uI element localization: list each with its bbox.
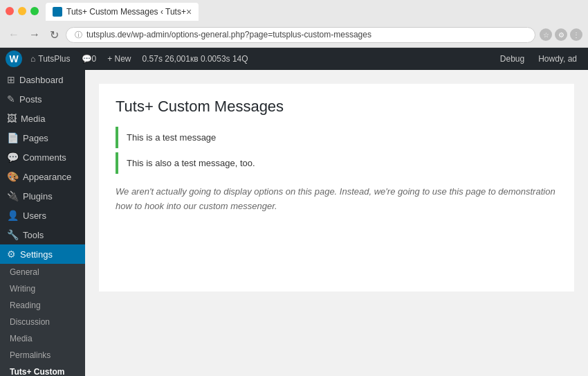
tab-favicon-icon — [53, 7, 62, 17]
browser-chrome: Tuts+ Custom Messages ‹ Tuts+ × ← → ↻ ⓘ … — [0, 0, 588, 48]
page-title: Tuts+ Custom Messages — [116, 98, 558, 116]
admin-bar-right: Debug Howdy, ad — [495, 48, 582, 70]
discussion-label: Discussion — [10, 317, 50, 327]
sidebar-submenu-reading[interactable]: Reading — [0, 297, 85, 314]
sidebar-item-dashboard[interactable]: ⊞ Dashboard — [0, 70, 85, 89]
notices-wrapper: This is a test message This is also a te… — [116, 127, 558, 174]
sidebar-item-appearance[interactable]: 🎨 Appearance — [0, 167, 85, 186]
notice-1: This is a test message — [116, 127, 558, 148]
sidebar-submenu-permalinks[interactable]: Permalinks — [0, 347, 85, 364]
sidebar-label-posts: Posts — [19, 94, 42, 105]
media-submenu-label: Media — [10, 334, 33, 343]
sidebar-label-settings: Settings — [20, 249, 53, 260]
sidebar-label-appearance: Appearance — [23, 172, 71, 182]
address-text: tutsplus.dev/wp-admin/options-general.ph… — [86, 30, 371, 39]
sidebar-label-media: Media — [21, 114, 45, 124]
writing-label: Writing — [10, 284, 35, 294]
sidebar-item-pages[interactable]: 📄 Pages — [0, 128, 85, 147]
settings-submenu: General Writing Reading Discussion Media… — [0, 264, 85, 376]
tab-title: Tuts+ Custom Messages ‹ Tuts+ — [66, 7, 186, 17]
sidebar-label-plugins: Plugins — [23, 191, 53, 202]
admin-bar-site[interactable]: ⌂ TutsPlus — [25, 48, 76, 70]
media-icon: 🖼 — [7, 113, 17, 124]
comments-count: 0 — [92, 54, 97, 64]
sidebar-submenu-discussion[interactable]: Discussion — [0, 314, 85, 330]
sidebar-item-comments[interactable]: 💬 Comments — [0, 147, 85, 167]
sidebar-submenu-writing[interactable]: Writing — [0, 280, 85, 297]
appearance-icon: 🎨 — [7, 171, 19, 182]
reading-label: Reading — [10, 301, 41, 310]
permalinks-label: Permalinks — [10, 350, 50, 360]
sidebar-submenu-general[interactable]: General — [0, 264, 85, 280]
security-icon: ⓘ — [75, 30, 82, 40]
admin-bar-site-name: TutsPlus — [38, 54, 70, 64]
sidebar-item-posts[interactable]: ✎ Posts — [0, 89, 85, 109]
plugins-icon: 🔌 — [7, 190, 19, 202]
wp-admin-bar: W ⌂ TutsPlus 💬 0 + New 0.57s 26,001кв 0.… — [0, 48, 588, 70]
posts-icon: ✎ — [7, 93, 15, 105]
maximize-window-button[interactable] — [30, 7, 39, 15]
comment-bubble-icon: 💬 — [82, 54, 92, 64]
general-label: General — [10, 267, 39, 277]
comments-icon: 💬 — [7, 152, 19, 163]
admin-bar-stats: 0.57s 26,001кв 0.0053s 14Q — [137, 48, 254, 70]
admin-bar-stats-text: 0.57s 26,001кв 0.0053s 14Q — [143, 54, 248, 64]
settings-icon: ⚙ — [7, 249, 16, 260]
admin-bar-comments[interactable]: 💬 0 — [76, 48, 102, 70]
sidebar-label-dashboard: Dashboard — [19, 75, 64, 85]
notice-2: This is also a test message, too. — [116, 152, 558, 174]
tools-icon: 🔧 — [7, 229, 19, 240]
sidebar-item-users[interactable]: 👤 Users — [0, 206, 85, 225]
debug-label: Debug — [500, 54, 524, 64]
admin-bar-new[interactable]: + New — [102, 48, 136, 70]
back-button[interactable]: ← — [6, 27, 22, 42]
sidebar-item-media[interactable]: 🖼 Media — [0, 109, 85, 128]
howdy-text: Howdy, ad — [538, 54, 577, 64]
extensions-button[interactable]: ⚙ — [555, 28, 567, 41]
bookmark-button[interactable]: ☆ — [540, 28, 552, 41]
wp-sidebar: ⊞ Dashboard ✎ Posts 🖼 Media 📄 Pages 💬 Co… — [0, 70, 85, 376]
home-icon: ⌂ — [30, 54, 35, 64]
browser-toolbar: ← → ↻ ⓘ tutsplus.dev/wp-admin/options-ge… — [0, 22, 588, 47]
forward-button[interactable]: → — [26, 27, 43, 42]
users-icon: 👤 — [7, 210, 19, 221]
browser-tab[interactable]: Tuts+ Custom Messages ‹ Tuts+ × — [46, 3, 199, 21]
browser-titlebar: Tuts+ Custom Messages ‹ Tuts+ × — [0, 0, 588, 22]
wp-logo-icon[interactable]: W — [6, 51, 22, 67]
wp-main-content: Tuts+ Custom Messages This is a test mes… — [85, 70, 588, 376]
admin-bar-howdy[interactable]: Howdy, ad — [533, 48, 582, 70]
sidebar-item-plugins[interactable]: 🔌 Plugins — [0, 186, 85, 206]
admin-bar-debug[interactable]: Debug — [495, 48, 530, 70]
dashboard-icon: ⊞ — [7, 74, 15, 85]
notice-1-text: This is a test message — [127, 132, 216, 143]
sidebar-submenu-custom[interactable]: Tuts+ Custom Message Example — [0, 364, 85, 376]
wp-layout: ⊞ Dashboard ✎ Posts 🖼 Media 📄 Pages 💬 Co… — [0, 70, 588, 376]
pages-icon: 📄 — [7, 132, 19, 143]
refresh-button[interactable]: ↻ — [47, 27, 62, 43]
new-content-label: + New — [107, 54, 131, 64]
sidebar-item-tools[interactable]: 🔧 Tools — [0, 225, 85, 244]
sidebar-label-tools: Tools — [23, 230, 44, 240]
sidebar-label-pages: Pages — [23, 133, 48, 143]
browser-window-controls[interactable] — [6, 7, 39, 15]
page-description: We aren't actually going to display opti… — [116, 185, 558, 214]
address-bar[interactable]: ⓘ tutsplus.dev/wp-admin/options-general.… — [66, 27, 535, 43]
custom-plugin-label: Tuts+ Custom Message Example — [10, 367, 78, 376]
menu-button[interactable]: ⋮ — [570, 28, 582, 41]
sidebar-submenu-media[interactable]: Media — [0, 330, 85, 347]
notice-2-text: This is also a test message, too. — [127, 158, 255, 168]
sidebar-label-comments: Comments — [23, 152, 66, 163]
minimize-window-button[interactable] — [18, 7, 26, 15]
tab-close-icon[interactable]: × — [186, 6, 192, 17]
close-window-button[interactable] — [6, 7, 14, 15]
sidebar-label-users: Users — [23, 211, 46, 221]
browser-action-buttons: ☆ ⚙ ⋮ — [540, 28, 582, 41]
content-inner: Tuts+ Custom Messages This is a test mes… — [99, 84, 574, 292]
sidebar-item-settings[interactable]: ⚙ Settings — [0, 244, 85, 264]
